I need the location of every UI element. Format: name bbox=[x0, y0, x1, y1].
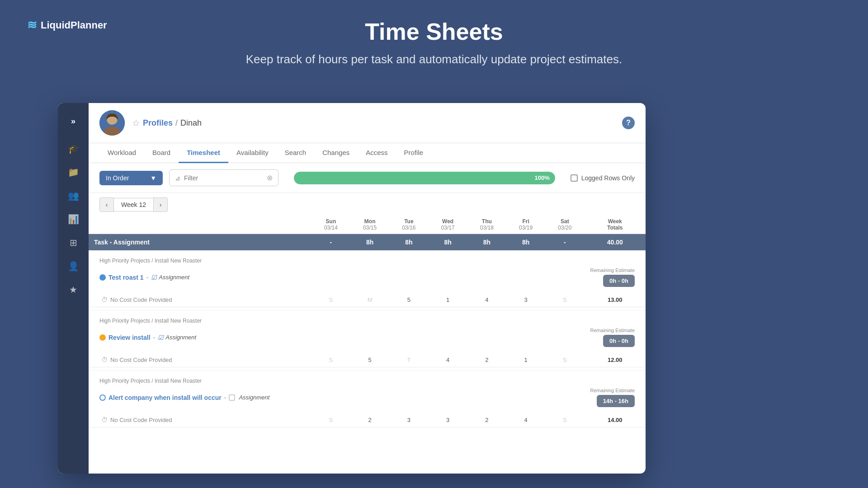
task-sum-total: 40.00 bbox=[584, 234, 646, 251]
sidebar: » 🎓 📁 👥 📊 ⊞ 👤 ★ bbox=[58, 103, 89, 474]
breadcrumb-separator: / bbox=[175, 118, 178, 128]
task-summary-label: Task - Assignment bbox=[89, 234, 311, 251]
cost-code-table-1: ⏱ No Cost Code Provided S M 5 1 4 3 S bbox=[89, 292, 646, 307]
logged-rows-label: Logged Rows Only bbox=[581, 174, 635, 182]
task-sum-thu: 8h bbox=[467, 234, 506, 251]
cost-code-icon-3: ⏱ bbox=[101, 416, 108, 423]
timesheet-table: Sun03/14 Mon03/15 Tue03/16 Wed03/17 Thu0… bbox=[89, 216, 646, 250]
cost-code-row-2: ⏱ No Cost Code Provided S 5 T 4 2 1 S bbox=[89, 352, 646, 367]
help-button[interactable]: ? bbox=[622, 117, 635, 129]
r2-mon[interactable]: 5 bbox=[350, 352, 389, 367]
star-icon[interactable]: ☆ bbox=[132, 117, 140, 128]
r2-sun[interactable]: S bbox=[311, 352, 350, 367]
remaining-label-3: Remaining Estimate bbox=[590, 388, 635, 393]
sidebar-item-star[interactable]: ★ bbox=[63, 280, 83, 300]
filter-clear-icon[interactable]: ⊗ bbox=[267, 174, 273, 182]
sidebar-item-chart[interactable]: 📊 bbox=[63, 209, 83, 229]
filter-input-box[interactable]: ⊿ ⊗ bbox=[169, 169, 278, 186]
logged-rows-checkbox[interactable] bbox=[571, 174, 578, 182]
task-link-2[interactable]: Review install bbox=[108, 334, 151, 341]
r1-thu[interactable]: 4 bbox=[467, 292, 506, 307]
cost-code-row-3: ⏱ No Cost Code Provided S 2 3 3 2 4 S bbox=[89, 413, 646, 427]
sidebar-item-learn[interactable]: 🎓 bbox=[63, 139, 83, 159]
sidebar-item-team[interactable]: 👥 bbox=[63, 186, 83, 206]
assignment-label-1: Assignment bbox=[159, 274, 189, 281]
r1-fri[interactable]: 3 bbox=[506, 292, 545, 307]
r3-sat[interactable]: S bbox=[545, 413, 584, 427]
r3-sun[interactable]: S bbox=[311, 413, 350, 427]
task-row-2: High Priority Projects / Install New Roa… bbox=[89, 310, 646, 370]
assignment-check-icon-2: ☑ bbox=[158, 334, 164, 341]
filter-input[interactable] bbox=[184, 174, 263, 182]
tab-workload[interactable]: Workload bbox=[99, 143, 144, 163]
sidebar-item-grid[interactable]: ⊞ bbox=[63, 233, 83, 253]
col-header-wed: Wed03/17 bbox=[429, 216, 467, 234]
dropdown-arrow-icon: ▼ bbox=[150, 174, 156, 182]
cost-code-table-3: ⏱ No Cost Code Provided S 2 3 3 2 4 S bbox=[89, 413, 646, 427]
r2-fri[interactable]: 1 bbox=[506, 352, 545, 367]
sidebar-item-person[interactable]: 👤 bbox=[63, 256, 83, 276]
week-next-button[interactable]: › bbox=[153, 197, 168, 212]
tab-access[interactable]: Access bbox=[358, 143, 396, 163]
task-sum-sat: - bbox=[545, 234, 584, 251]
r2-total: 12.00 bbox=[584, 352, 646, 367]
remaining-value-2: 0h - 0h bbox=[603, 335, 635, 347]
tab-availability[interactable]: Availability bbox=[228, 143, 277, 163]
assignment-badge-3: Assignment bbox=[229, 394, 269, 401]
r2-sat[interactable]: S bbox=[545, 352, 584, 367]
sort-dropdown[interactable]: In Order ▼ bbox=[99, 171, 163, 185]
col-header-thu: Thu03/18 bbox=[467, 216, 506, 234]
col-header-task bbox=[89, 216, 311, 234]
project-path-3: High Priority Projects / Install New Roa… bbox=[89, 373, 646, 386]
tab-search[interactable]: Search bbox=[277, 143, 315, 163]
r3-wed[interactable]: 3 bbox=[429, 413, 467, 427]
progress-bar: 100% bbox=[294, 172, 555, 184]
r3-fri[interactable]: 4 bbox=[506, 413, 545, 427]
task-sum-wed: 8h bbox=[429, 234, 467, 251]
task-row-3: High Priority Projects / Install New Roa… bbox=[89, 370, 646, 430]
r2-tue[interactable]: T bbox=[389, 352, 428, 367]
r1-sun[interactable]: S bbox=[311, 292, 350, 307]
remaining-label-2: Remaining Estimate bbox=[590, 328, 635, 333]
r2-thu[interactable]: 2 bbox=[467, 352, 506, 367]
sort-label: In Order bbox=[106, 174, 129, 182]
task-type-icon-1 bbox=[99, 274, 106, 281]
sidebar-item-folder[interactable]: 📁 bbox=[63, 162, 83, 182]
r3-tue[interactable]: 3 bbox=[389, 413, 428, 427]
cost-code-table-2: ⏱ No Cost Code Provided S 5 T 4 2 1 S bbox=[89, 352, 646, 367]
tab-changes[interactable]: Changes bbox=[314, 143, 358, 163]
cost-code-2: ⏱ No Cost Code Provided bbox=[90, 356, 310, 363]
r1-total: 13.00 bbox=[584, 292, 646, 307]
task-link-1[interactable]: Test roast 1 bbox=[108, 274, 144, 281]
week-label: Week 12 bbox=[114, 198, 153, 211]
task-link-3[interactable]: Alert company when install will occur bbox=[108, 394, 222, 401]
sidebar-toggle[interactable]: » bbox=[66, 112, 80, 131]
project-path-1: High Priority Projects / Install New Roa… bbox=[89, 253, 646, 266]
task-sum-sun: - bbox=[311, 234, 350, 251]
logo-text: LiquidPlanner bbox=[41, 19, 107, 31]
r1-mon[interactable]: M bbox=[350, 292, 389, 307]
r3-mon[interactable]: 2 bbox=[350, 413, 389, 427]
r1-wed[interactable]: 1 bbox=[429, 292, 467, 307]
week-prev-button[interactable]: ‹ bbox=[99, 197, 114, 212]
logged-rows-checkbox-container[interactable]: Logged Rows Only bbox=[571, 174, 635, 182]
task-sum-mon: 8h bbox=[350, 234, 389, 251]
toolbar: In Order ▼ ⊿ ⊗ 100% Logged Rows Only bbox=[89, 163, 646, 193]
logo: ≋ LiquidPlanner bbox=[27, 18, 107, 32]
cost-code-1: ⏱ No Cost Code Provided bbox=[90, 296, 310, 303]
r1-sat[interactable]: S bbox=[545, 292, 584, 307]
tab-profile[interactable]: Profile bbox=[396, 143, 432, 163]
task-row-1: High Priority Projects / Install New Roa… bbox=[89, 250, 646, 310]
breadcrumb-profiles-link[interactable]: Profiles bbox=[143, 118, 173, 128]
assignment-badge-2: ☑ Assignment bbox=[158, 334, 196, 341]
cost-code-row-1: ⏱ No Cost Code Provided S M 5 1 4 3 S bbox=[89, 292, 646, 307]
r2-wed[interactable]: 4 bbox=[429, 352, 467, 367]
task-type-icon-3 bbox=[99, 394, 106, 401]
main-panel: » 🎓 📁 👥 📊 ⊞ 👤 ★ ☆ bbox=[58, 103, 646, 474]
r3-thu[interactable]: 2 bbox=[467, 413, 506, 427]
content-area: ☆ Profiles / Dinah ? Workload Board Time… bbox=[89, 103, 646, 474]
tab-timesheet[interactable]: Timesheet bbox=[179, 143, 228, 163]
assignment-check-icon-3 bbox=[229, 394, 235, 401]
tab-board[interactable]: Board bbox=[144, 143, 179, 163]
r1-tue[interactable]: 5 bbox=[389, 292, 428, 307]
